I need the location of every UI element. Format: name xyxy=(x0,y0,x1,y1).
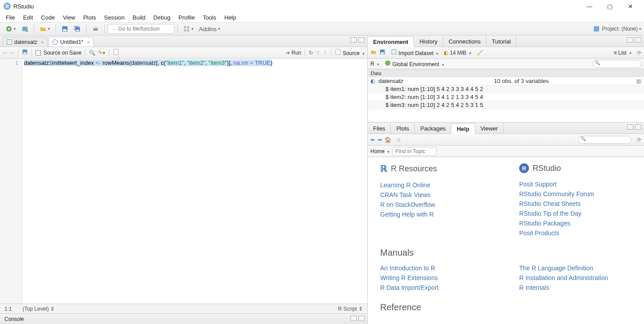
help-link[interactable]: RStudio Community Forum xyxy=(519,189,632,199)
maximize-button[interactable]: ▢ xyxy=(600,0,620,12)
menu-debug[interactable]: Debug xyxy=(149,14,174,21)
menu-build[interactable]: Build xyxy=(129,14,150,21)
tab-files[interactable]: Files xyxy=(368,123,391,134)
down-icon[interactable]: ⇩ xyxy=(323,50,327,56)
broom-icon[interactable]: 🧹 xyxy=(477,50,483,56)
code-area[interactable]: datensatz$mittelwert_index <- rowMeans(d… xyxy=(22,59,367,304)
help-link[interactable]: The R Language Definition xyxy=(519,263,632,273)
rerun-icon[interactable]: ↻ xyxy=(309,50,313,56)
help-link[interactable]: R on StackOverflow xyxy=(380,200,493,209)
menu-profile[interactable]: Profile xyxy=(175,14,199,21)
minimize-pane-icon[interactable] xyxy=(350,37,357,43)
tab-untitled1[interactable]: Untitled1* × xyxy=(48,37,93,47)
popout-icon[interactable]: ⧉ xyxy=(397,137,401,143)
tab-packages[interactable]: Packages xyxy=(415,123,451,134)
wand-icon[interactable]: ✎▾ xyxy=(98,50,105,56)
help-search-input[interactable] xyxy=(578,136,632,144)
menu-tools[interactable]: Tools xyxy=(199,14,220,21)
menu-help[interactable]: Help xyxy=(220,14,240,21)
close-icon[interactable]: × xyxy=(41,40,44,45)
help-forward-icon[interactable]: ➡ xyxy=(378,137,382,143)
open-file-button[interactable]: ▾ xyxy=(38,24,52,33)
menu-file[interactable]: File xyxy=(2,14,19,21)
help-link[interactable]: R Installation and Administration xyxy=(519,273,632,283)
tab-environment[interactable]: Environment xyxy=(368,36,414,47)
maximize-pane-icon[interactable] xyxy=(358,37,365,43)
menu-session[interactable]: Session xyxy=(100,14,128,21)
refresh-icon[interactable]: ⟳ xyxy=(637,137,641,143)
home-icon[interactable]: 🏠 xyxy=(385,137,391,143)
maximize-pane-icon[interactable] xyxy=(358,316,365,321)
minimize-pane-icon[interactable] xyxy=(627,37,633,43)
global-env-scope[interactable]: Global Environment ▾ xyxy=(385,60,444,67)
new-file-button[interactable]: ▾ xyxy=(4,24,18,33)
tab-tutorial[interactable]: Tutorial xyxy=(486,36,517,47)
find-icon[interactable]: 🔍 xyxy=(89,50,95,56)
close-icon[interactable]: × xyxy=(87,40,90,45)
addins-button[interactable]: Addins▾ xyxy=(197,25,222,33)
save-button[interactable] xyxy=(60,24,70,33)
source-button[interactable]: Source ▾ xyxy=(335,49,365,56)
help-back-icon[interactable]: ⬅ xyxy=(370,137,375,143)
import-dataset-button[interactable]: Import Dataset ▾ xyxy=(391,49,438,56)
find-in-topic-input[interactable] xyxy=(392,147,437,156)
view-data-icon[interactable]: ▦ xyxy=(636,78,641,84)
forward-icon[interactable]: ⇨ xyxy=(10,50,14,56)
help-link[interactable]: RStudio Cheat Sheets xyxy=(519,199,632,209)
help-link[interactable]: Writing R Extensions xyxy=(380,273,493,283)
scope-selector[interactable]: (Top Level) ⇕ xyxy=(23,306,55,312)
minimize-button[interactable]: — xyxy=(579,0,600,12)
tab-history[interactable]: History xyxy=(414,36,443,47)
menu-view[interactable]: View xyxy=(59,14,79,21)
collapse-icon[interactable]: ◐ xyxy=(370,78,377,84)
help-link[interactable]: RStudio Tip of the Day xyxy=(519,209,632,218)
report-icon[interactable] xyxy=(113,49,119,56)
help-link[interactable]: Learning R Online xyxy=(380,180,493,190)
env-object-row[interactable]: ◐ datensatz 10 obs. of 3 variables ▦ xyxy=(368,77,644,85)
tab-connections[interactable]: Connections xyxy=(443,36,486,47)
menu-code[interactable]: Code xyxy=(37,14,59,21)
help-link[interactable]: R Internals xyxy=(519,283,632,292)
tab-help[interactable]: Help xyxy=(451,123,475,134)
help-link[interactable]: Posit Support xyxy=(519,179,632,189)
view-mode-button[interactable]: ≡ List ▾ xyxy=(614,50,632,56)
project-menu[interactable]: Project: (None)▾ xyxy=(593,25,641,32)
tab-viewer[interactable]: Viewer xyxy=(475,123,504,134)
tab-datensatz[interactable]: datensatz × xyxy=(3,37,48,47)
help-content[interactable]: ℝ R Resources Learning R Online CRAN Tas… xyxy=(368,157,644,324)
new-project-button[interactable] xyxy=(20,24,30,33)
maximize-pane-icon[interactable] xyxy=(635,124,641,130)
memory-usage[interactable]: ◐ 14 MiB ▾ xyxy=(444,50,471,56)
help-link[interactable]: CRAN Task Views xyxy=(380,190,493,200)
source-on-save-checkbox[interactable] xyxy=(36,50,41,55)
language-selector[interactable]: R Script ⇕ xyxy=(338,306,363,312)
tab-plots[interactable]: Plots xyxy=(391,123,415,134)
code-editor[interactable]: 1 datensatz$mittelwert_index <- rowMeans… xyxy=(0,59,367,304)
help-link[interactable]: Posit Products xyxy=(519,228,632,238)
help-link[interactable]: An Introduction to R xyxy=(380,263,493,273)
close-button[interactable]: ✕ xyxy=(620,0,640,12)
save-all-button[interactable] xyxy=(72,24,83,33)
minimize-pane-icon[interactable] xyxy=(350,316,357,321)
run-button[interactable]: ➔ Run xyxy=(286,50,301,56)
help-link[interactable]: RStudio Packages xyxy=(519,218,632,228)
help-home-button[interactable]: Home ▾ xyxy=(370,148,390,154)
language-scope[interactable]: R ▾ xyxy=(370,61,379,67)
help-link[interactable]: Getting Help with R xyxy=(380,209,493,219)
up-icon[interactable]: ⇧ xyxy=(316,50,320,56)
grid-view-button[interactable]: ▾ xyxy=(181,24,195,33)
menu-edit[interactable]: Edit xyxy=(19,14,37,21)
minimize-pane-icon[interactable] xyxy=(627,124,633,130)
print-button[interactable] xyxy=(90,24,101,33)
save-icon[interactable] xyxy=(22,49,28,56)
help-link[interactable]: R Data Import/Export xyxy=(380,283,493,292)
goto-input[interactable] xyxy=(118,26,171,32)
env-search-input[interactable] xyxy=(592,60,641,68)
goto-file-function[interactable]: → xyxy=(107,24,175,34)
back-icon[interactable]: ⇦ xyxy=(3,50,7,56)
console-tab[interactable]: Console xyxy=(0,313,367,324)
refresh-icon[interactable]: ⟳ xyxy=(637,50,641,56)
maximize-pane-icon[interactable] xyxy=(635,37,641,43)
menu-plots[interactable]: Plots xyxy=(79,14,100,21)
save-workspace-icon[interactable] xyxy=(379,49,386,56)
